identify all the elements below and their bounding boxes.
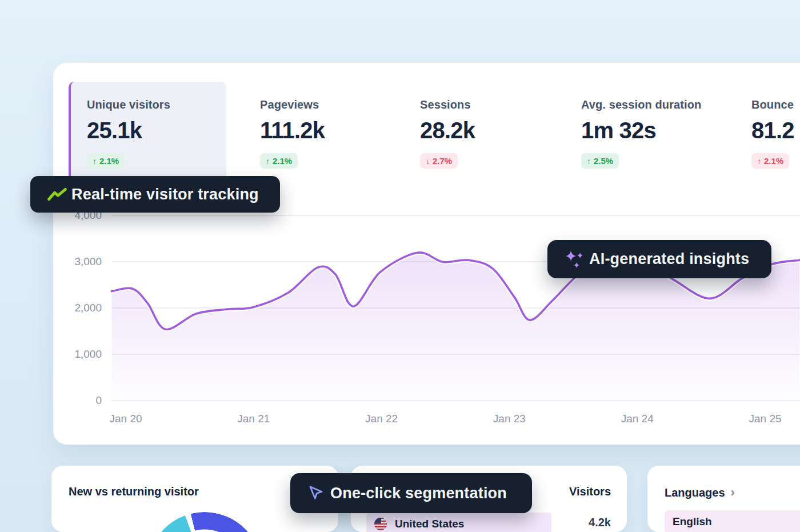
stat-change-badge: ↓2.7% bbox=[420, 153, 458, 169]
arrow-down-icon: ↓ bbox=[426, 157, 430, 166]
chevron-right-icon: › bbox=[731, 485, 735, 499]
callout-one-click-segmentation: One-click segmentation bbox=[290, 473, 532, 513]
stat-sessions[interactable]: Sessions 28.2k ↓2.7% bbox=[420, 98, 475, 169]
arrow-up-icon: ↑ bbox=[93, 157, 97, 166]
card-title: New vs returning visitor bbox=[69, 485, 199, 498]
callout-label: AI-generated insights bbox=[589, 250, 749, 268]
stat-label: Sessions bbox=[420, 98, 475, 111]
stat-value: 111.2k bbox=[260, 118, 325, 143]
country-visitors-value: 4.2k bbox=[589, 516, 611, 529]
us-flag-icon bbox=[374, 518, 387, 530]
callout-realtime-tracking: Real-time visitor tracking bbox=[30, 176, 280, 213]
languages-header[interactable]: Languages› bbox=[665, 485, 735, 500]
country-row-united-states[interactable]: United States bbox=[366, 513, 551, 532]
stat-change-badge: ↑2.1% bbox=[260, 153, 298, 169]
arrow-up-icon: ↑ bbox=[757, 157, 761, 166]
arrow-up-icon: ↑ bbox=[266, 157, 270, 166]
stat-label: Bounce bbox=[751, 98, 794, 111]
language-row-english[interactable]: English bbox=[665, 510, 800, 532]
stat-change-badge: ↑2.1% bbox=[87, 153, 125, 169]
callout-label: Real-time visitor tracking bbox=[71, 186, 259, 203]
stat-bounce[interactable]: Bounce 81.2 ↑2.1% bbox=[751, 98, 794, 169]
languages-card: Languages› English bbox=[647, 466, 800, 532]
sparkles-icon bbox=[559, 247, 589, 271]
stat-session-duration[interactable]: Avg. session duration 1m 32s ↑2.5% bbox=[581, 98, 701, 169]
stat-value: 28.2k bbox=[420, 118, 475, 143]
stat-change-badge: ↑2.5% bbox=[581, 153, 619, 169]
stat-value: 25.1k bbox=[87, 118, 213, 143]
stat-label: Unique visitors bbox=[87, 98, 213, 111]
stat-value: 1m 32s bbox=[581, 118, 701, 143]
cursor-arrow-icon bbox=[302, 485, 330, 502]
arrow-up-icon: ↑ bbox=[587, 157, 591, 166]
visitors-column-header: Visitors bbox=[569, 485, 611, 498]
stat-label: Avg. session duration bbox=[581, 98, 701, 111]
country-label: United States bbox=[395, 518, 464, 530]
callout-ai-insights: AI-generated insights bbox=[547, 240, 771, 278]
language-label: English bbox=[673, 515, 712, 528]
stat-value: 81.2 bbox=[751, 118, 794, 143]
stat-change-badge: ↑2.1% bbox=[751, 153, 789, 169]
stat-pageviews[interactable]: Pageviews 111.2k ↑2.1% bbox=[260, 98, 325, 169]
new-vs-returning-donut bbox=[147, 512, 262, 532]
callout-label: One-click segmentation bbox=[330, 485, 507, 502]
trend-line-icon bbox=[43, 187, 71, 202]
stat-label: Pageviews bbox=[260, 98, 325, 111]
